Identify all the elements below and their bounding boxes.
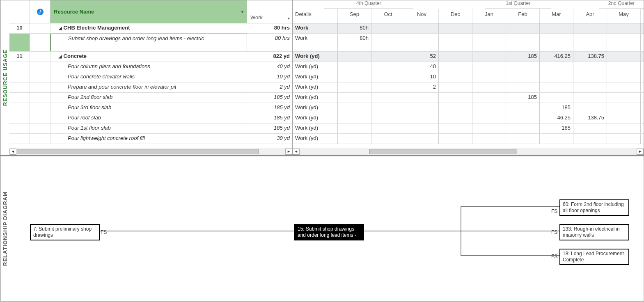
data-cell[interactable]	[371, 113, 405, 123]
month-header[interactable]: Nov	[405, 9, 439, 23]
row-name-cell[interactable]: Pour column piers and foundations	[50, 62, 247, 72]
data-cell[interactable]	[472, 93, 506, 103]
month-header[interactable]: Oct	[371, 9, 405, 23]
details-cell[interactable]: Work (yd)	[293, 62, 338, 72]
row-info-cell[interactable]	[30, 134, 50, 144]
timeline-row[interactable]: Work (yd)2	[293, 82, 644, 93]
details-cell[interactable]: Work (yd)	[293, 103, 338, 113]
table-row[interactable]: Pour 1st floor slab185 yd	[9, 124, 292, 134]
row-work-cell[interactable]: 40 yd	[247, 62, 292, 72]
data-cell[interactable]	[506, 82, 540, 92]
scroll-left-icon[interactable]: ◄	[9, 149, 16, 155]
data-cell[interactable]	[540, 82, 573, 92]
data-cell[interactable]	[607, 82, 641, 92]
timeline-row[interactable]: Work80h	[293, 23, 644, 34]
data-cell[interactable]	[405, 23, 439, 33]
month-header[interactable]: Apr	[573, 9, 607, 23]
row-info-cell[interactable]	[30, 103, 50, 113]
month-header[interactable]: Feb	[506, 9, 540, 23]
data-cell[interactable]	[472, 124, 506, 133]
chevron-down-icon[interactable]: ▾	[288, 16, 290, 21]
data-cell[interactable]	[573, 134, 607, 144]
scroll-right-icon[interactable]: ►	[637, 149, 644, 155]
row-work-cell[interactable]: 185 yd	[247, 103, 292, 113]
data-cell[interactable]	[405, 113, 439, 123]
data-cell[interactable]	[540, 72, 573, 82]
col-header-id[interactable]	[9, 0, 30, 23]
data-cell[interactable]	[506, 23, 540, 33]
row-id-cell[interactable]	[9, 93, 30, 103]
data-cell[interactable]	[338, 82, 371, 92]
table-row[interactable]: Submit shop drawings and order long lead…	[9, 34, 292, 52]
timeline-row[interactable]: Work (yd)	[293, 134, 644, 144]
data-cell[interactable]	[371, 103, 405, 113]
data-cell[interactable]	[472, 23, 506, 33]
data-cell[interactable]	[338, 52, 371, 62]
table-row[interactable]: Pour roof slab185 yd	[9, 113, 292, 124]
right-h-scrollbar[interactable]: ◄ ►	[293, 148, 644, 155]
row-name-cell[interactable]: ◢ Concrete	[50, 52, 247, 62]
data-cell[interactable]	[472, 52, 506, 62]
data-cell[interactable]	[405, 124, 439, 133]
data-cell[interactable]	[573, 124, 607, 133]
row-info-cell[interactable]	[30, 124, 50, 133]
scroll-left-icon[interactable]: ◄	[293, 149, 300, 155]
row-id-cell[interactable]	[9, 124, 30, 133]
row-work-cell[interactable]: 822 yd	[247, 52, 292, 62]
data-cell[interactable]	[405, 134, 439, 144]
data-cell[interactable]	[338, 134, 371, 144]
data-cell[interactable]	[439, 134, 472, 144]
data-cell[interactable]	[439, 113, 472, 123]
right-body[interactable]: Work80hWork80hWork (yd)52185416.25138.75…	[293, 23, 644, 148]
data-cell[interactable]	[607, 62, 641, 72]
data-cell[interactable]	[371, 23, 405, 33]
row-name-cell[interactable]: Pour 2nd floor slab	[50, 93, 247, 103]
data-cell[interactable]	[472, 72, 506, 82]
data-cell[interactable]	[371, 124, 405, 133]
data-cell[interactable]	[439, 52, 472, 62]
row-info-cell[interactable]	[30, 113, 50, 123]
data-cell[interactable]	[506, 113, 540, 123]
row-name-cell[interactable]: Pour 3rd floor slab	[50, 103, 247, 113]
month-header[interactable]: May	[607, 9, 641, 23]
diagram-node[interactable]: 18: Long Lead Procurement Complete	[559, 249, 629, 265]
data-cell[interactable]	[371, 62, 405, 72]
data-cell[interactable]: 80h	[338, 34, 371, 51]
data-cell[interactable]	[439, 82, 472, 92]
details-cell[interactable]: Work (yd)	[293, 113, 338, 123]
data-cell[interactable]	[371, 52, 405, 62]
data-cell[interactable]	[506, 134, 540, 144]
timeline-row[interactable]: Work (yd)46.25138.75	[293, 113, 644, 124]
details-header[interactable]: Details	[293, 9, 338, 23]
row-info-cell[interactable]	[30, 62, 50, 72]
row-name-cell[interactable]: Submit shop drawings and order long lead…	[50, 34, 247, 51]
timeline-row[interactable]: Work (yd)10	[293, 72, 644, 82]
data-cell[interactable]: 185	[540, 103, 573, 113]
row-info-cell[interactable]	[30, 34, 50, 51]
table-row[interactable]: Pour 2nd floor slab185 yd	[9, 93, 292, 103]
data-cell[interactable]	[506, 103, 540, 113]
details-cell[interactable]: Work (yd)	[293, 72, 338, 82]
data-cell[interactable]: 10	[405, 72, 439, 82]
diagram-node[interactable]: 7: Submit preliminary shop drawings	[30, 224, 100, 240]
diagram-node[interactable]: 133: Rough-in electrical in masonry wall…	[559, 224, 629, 240]
scroll-thumb[interactable]	[17, 149, 259, 154]
table-row[interactable]: Pour 3rd floor slab185 yd	[9, 103, 292, 113]
data-cell[interactable]	[338, 113, 371, 123]
data-cell[interactable]	[405, 34, 439, 51]
data-cell[interactable]	[573, 82, 607, 92]
month-header[interactable]: Mar	[540, 9, 573, 23]
data-cell[interactable]	[540, 93, 573, 103]
data-cell[interactable]	[607, 113, 641, 123]
data-cell[interactable]	[472, 62, 506, 72]
details-cell[interactable]: Work (yd)	[293, 52, 338, 62]
row-id-cell[interactable]	[9, 82, 30, 92]
data-cell[interactable]	[540, 23, 573, 33]
data-cell[interactable]	[338, 72, 371, 82]
row-id-cell[interactable]	[9, 134, 30, 144]
row-work-cell[interactable]: 185 yd	[247, 93, 292, 103]
row-info-cell[interactable]	[30, 52, 50, 62]
table-row[interactable]: Pour column piers and foundations40 yd	[9, 62, 292, 72]
row-name-cell[interactable]: Pour concrete elevator walls	[50, 72, 247, 82]
data-cell[interactable]	[371, 134, 405, 144]
